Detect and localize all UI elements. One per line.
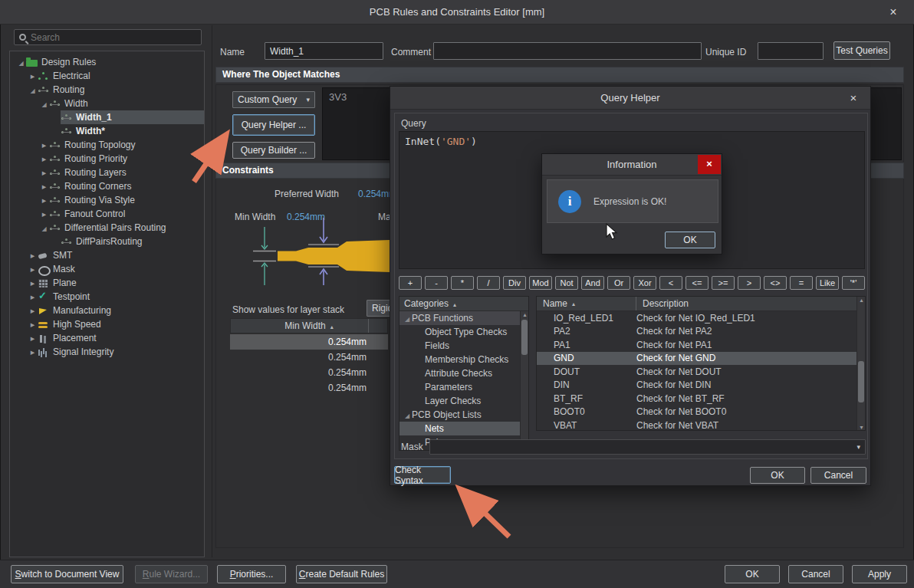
operator-div-button[interactable]: Div	[503, 276, 526, 290]
sidebar-item-width[interactable]: Width	[10, 97, 204, 110]
table-row[interactable]: 0.254mm	[230, 334, 388, 350]
query-helper-cancel-button[interactable]: Cancel	[810, 467, 866, 484]
net-list-scrollbar[interactable]: ▴ ▾	[856, 297, 865, 431]
table-row[interactable]: 0.254mm	[230, 380, 388, 396]
expand-arrow-icon[interactable]	[28, 264, 38, 274]
sidebar-item-plane[interactable]: Plane	[10, 276, 204, 290]
apply-button[interactable]: Apply	[852, 565, 907, 583]
operator-neq-button[interactable]: <>	[764, 276, 787, 290]
scope-type-dropdown[interactable]: Custom Query	[232, 91, 315, 108]
net-row-bt-rf[interactable]: BT_RFCheck for Net BT_RF	[537, 392, 865, 406]
search-box[interactable]	[14, 29, 202, 45]
sidebar-item-routing-corners[interactable]: Routing Corners	[10, 179, 204, 193]
operator-eq-button[interactable]: =	[790, 276, 813, 290]
sidebar-item-high-speed[interactable]: High Speed	[10, 317, 204, 331]
net-row-pa2[interactable]: PA2Check for Net PA2	[537, 325, 865, 339]
sidebar-item-differential-pairs-routing[interactable]: Differential Pairs Routing	[10, 221, 204, 235]
sidebar-item-manufacturing[interactable]: Manufacturing	[10, 304, 204, 317]
expand-arrow-icon[interactable]	[39, 209, 49, 219]
expand-arrow-icon[interactable]	[28, 291, 38, 302]
cancel-button[interactable]: Cancel	[788, 565, 843, 583]
sidebar-item-mask[interactable]: Mask	[10, 262, 204, 276]
test-queries-button[interactable]: Test Queries	[833, 41, 890, 60]
expand-arrow-icon[interactable]	[39, 153, 49, 164]
expand-arrow-icon[interactable]	[39, 195, 49, 205]
net-row-pa1[interactable]: PA1Check for Net PA1	[537, 338, 865, 352]
expand-arrow-icon[interactable]	[28, 71, 38, 81]
category-fields[interactable]: Fields	[399, 339, 528, 353]
priorities-button[interactable]: Priorities...	[217, 565, 286, 583]
sidebar-item-smt[interactable]: SMT	[10, 248, 204, 262]
net-row-gnd[interactable]: GNDCheck for Net GND	[537, 352, 865, 366]
sidebar-item-routing-priority[interactable]: Routing Priority	[10, 152, 204, 166]
category-nets[interactable]: Nets	[399, 422, 528, 435]
operator-wildcard-button[interactable]: '*'	[842, 276, 865, 290]
expand-arrow-icon[interactable]	[39, 222, 49, 233]
expand-arrow-icon[interactable]	[39, 167, 49, 178]
sidebar-item-testpoint[interactable]: Testpoint	[10, 290, 204, 304]
operator-like-button[interactable]: Like	[816, 276, 839, 290]
check-syntax-button[interactable]: Check Syntax	[394, 466, 451, 484]
operator-minus-button[interactable]: -	[425, 276, 448, 290]
window-close-icon[interactable]	[885, 0, 902, 25]
expand-arrow-icon[interactable]	[39, 140, 49, 150]
categories-scrollbar[interactable]: ▴ ▾	[520, 311, 528, 451]
operator-not-button[interactable]: Not	[555, 276, 578, 290]
operator-lt-button[interactable]: <	[659, 276, 682, 290]
operator-mod-button[interactable]: Mod	[529, 276, 552, 290]
name-column-header[interactable]: Name	[537, 297, 636, 310]
expand-arrow-icon[interactable]	[16, 57, 26, 67]
operator-plus-button[interactable]: +	[399, 276, 422, 290]
category-parameters[interactable]: Parameters	[399, 380, 528, 394]
query-helper-ok-button[interactable]: OK	[750, 467, 805, 484]
operator-and-button[interactable]: And	[581, 276, 604, 290]
category-object-type-checks[interactable]: Object Type Checks	[399, 325, 528, 339]
close-icon[interactable]	[846, 87, 861, 110]
expand-arrow-icon[interactable]	[28, 305, 38, 316]
sidebar-item-routing[interactable]: Routing	[10, 83, 204, 97]
expand-arrow-icon[interactable]	[28, 250, 38, 261]
category-layer-checks[interactable]: Layer Checks	[399, 394, 528, 408]
sidebar-item-signal-integrity[interactable]: Signal Integrity	[10, 345, 204, 359]
description-column-header[interactable]: Description	[636, 297, 689, 310]
mask-dropdown[interactable]	[429, 439, 866, 455]
sidebar-item-routing-layers[interactable]: Routing Layers	[10, 166, 204, 179]
expand-arrow-icon[interactable]	[403, 409, 412, 420]
operator-gt-button[interactable]: >	[738, 276, 761, 290]
sidebar-item-routing-via-style[interactable]: Routing Via Style	[10, 193, 204, 207]
category-attribute-checks[interactable]: Attribute Checks	[399, 366, 528, 380]
sidebar-item-fanout-control[interactable]: Fanout Control	[10, 207, 204, 221]
operator-lte-button[interactable]: <=	[686, 276, 709, 290]
operator-gte-button[interactable]: >=	[712, 276, 735, 290]
comment-input[interactable]	[433, 42, 702, 60]
min-width-column-header[interactable]: Min Width	[230, 318, 388, 333]
categories-column-header[interactable]: Categories	[399, 297, 528, 311]
operator-or-button[interactable]: Or	[607, 276, 630, 290]
ok-button[interactable]: OK	[725, 565, 780, 583]
sidebar-item-design-rules[interactable]: Design Rules	[10, 55, 204, 69]
expand-arrow-icon[interactable]	[28, 278, 38, 288]
unique-id-input[interactable]	[758, 42, 824, 60]
sidebar-item-width-1[interactable]: Width_1	[10, 110, 204, 124]
expand-arrow-icon[interactable]	[28, 333, 38, 343]
expand-arrow-icon[interactable]	[28, 347, 38, 357]
search-input[interactable]	[31, 32, 196, 43]
table-row[interactable]: 0.254mm	[230, 350, 388, 365]
query-builder-button[interactable]: Query Builder ...	[232, 142, 315, 159]
sidebar-item-width-star[interactable]: Width*	[10, 124, 204, 138]
expand-arrow-icon[interactable]	[403, 313, 412, 324]
expand-arrow-icon[interactable]	[39, 181, 49, 192]
query-helper-button[interactable]: Query Helper ...	[232, 114, 315, 136]
sidebar-item-diffpairsrouting[interactable]: DiffPairsRouting	[10, 235, 204, 248]
switch-to-document-view-button[interactable]: Switch to Document View	[11, 565, 123, 583]
information-ok-button[interactable]: OK	[665, 232, 715, 248]
rule-name-input[interactable]	[265, 42, 383, 60]
create-default-rules-button[interactable]: Create Default Rules	[296, 565, 387, 583]
category-membership-checks[interactable]: Membership Checks	[399, 353, 528, 366]
operator-multiply-button[interactable]: *	[451, 276, 474, 290]
sidebar-item-electrical[interactable]: Electrical	[10, 69, 204, 83]
net-row-vbat[interactable]: VBATCheck for Net VBAT	[537, 419, 865, 431]
expand-arrow-icon[interactable]	[28, 84, 38, 95]
table-row[interactable]: 0.254mm	[230, 365, 388, 380]
net-row-din[interactable]: DINCheck for Net DIN	[537, 379, 865, 393]
